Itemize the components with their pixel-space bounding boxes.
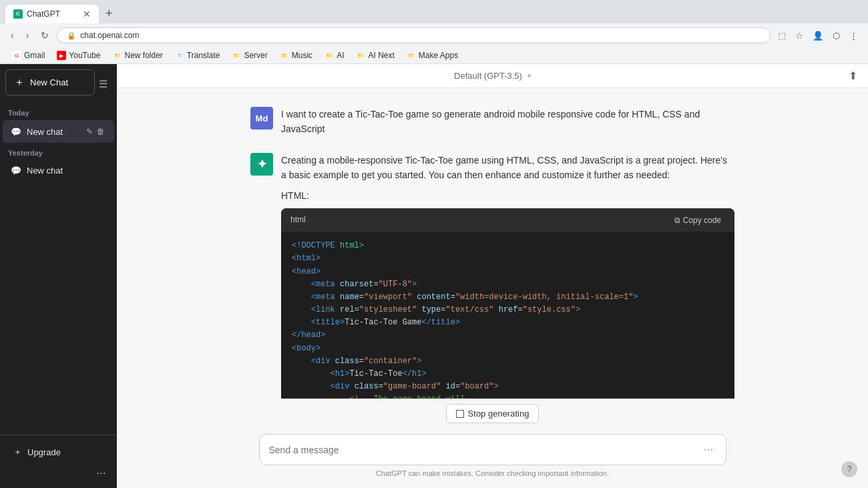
lock-icon: 🔒: [67, 31, 76, 40]
code-block-header: html ⧉ Copy code: [281, 208, 734, 232]
code-content: <!DOCTYPE html> <html> <head> <meta char…: [281, 232, 734, 399]
translate-icon: T: [175, 51, 184, 60]
bookmark-new-folder[interactable]: 📁 New folder: [107, 49, 168, 61]
main-content: Default (GPT-3.5) ▾ ⬆ Md I want to creat…: [117, 64, 868, 488]
bookmark-translate-label: Translate: [187, 51, 220, 60]
code-line-10: <div class="container">: [292, 355, 724, 368]
copy-code-button[interactable]: ⧉ Copy code: [670, 214, 725, 226]
ai-next-folder-icon: 📁: [356, 51, 365, 60]
main-header: Default (GPT-3.5) ▾ ⬆: [117, 64, 868, 88]
sidebar-item-new-chat-today[interactable]: 💬 New chat ✎ 🗑: [3, 120, 114, 143]
bookmark-ai-next-label: AI Next: [368, 51, 394, 60]
active-tab[interactable]: C ChatGPT ✕: [5, 5, 99, 23]
bookmark-music[interactable]: 📁 Music: [274, 49, 318, 61]
model-label: Default (GPT-3.5): [454, 71, 522, 81]
code-lang-label: html: [290, 214, 306, 226]
sidebar-bottom: ＋ Upgrade ···: [0, 435, 117, 488]
yesterday-label: Yesterday: [0, 144, 117, 160]
bookmark-translate[interactable]: T Translate: [170, 49, 226, 61]
code-line-2: <html>: [292, 252, 724, 265]
upgrade-label: Upgrade: [27, 447, 61, 457]
chat-item-yesterday-left: 💬 New chat: [11, 166, 63, 176]
menu-button[interactable]: ⋮: [846, 28, 861, 43]
sidebar-toggle-button[interactable]: ☰: [95, 75, 112, 93]
music-folder-icon: 📁: [280, 51, 289, 60]
bookmark-youtube[interactable]: ▶ YouTube: [51, 49, 105, 61]
bookmark-gmail[interactable]: G Gmail: [7, 49, 50, 61]
tab-close-icon[interactable]: ✕: [83, 9, 91, 19]
code-line-13: <!-- The game board will: [292, 393, 724, 399]
browser-chrome: C ChatGPT ✕ + ‹ › ↻ 🔒 chat.openai.com ⬚ …: [0, 0, 868, 64]
stop-generating-button[interactable]: Stop generating: [446, 404, 539, 423]
copy-label: Copy code: [683, 216, 721, 225]
new-tab-button[interactable]: +: [101, 4, 117, 23]
tab-title: ChatGPT: [27, 9, 79, 19]
dropdown-icon: ▾: [527, 72, 531, 79]
chat-item-actions: ✎ 🗑: [85, 126, 106, 138]
bookmark-make-apps[interactable]: 📁 Make Apps: [401, 49, 463, 61]
upgrade-plus-icon: ＋: [13, 446, 22, 458]
html-section-label: HTML:: [281, 188, 734, 203]
bookmark-ai-next[interactable]: 📁 AI Next: [351, 49, 399, 61]
ai-message-content: Creating a mobile-responsive Tic-Tac-Toe…: [281, 153, 734, 399]
input-disclaimer: ChatGPT can make mistakes. Consider chec…: [128, 469, 857, 477]
input-box: ···: [259, 434, 726, 465]
user-message: Md I want to create a Tic-Tac-Toe game s…: [117, 99, 868, 145]
code-line-8: </head>: [292, 329, 724, 342]
ai-message: ✦ Creating a mobile-responsive Tic-Tac-T…: [117, 145, 868, 399]
new-chat-button[interactable]: ＋ New Chat: [5, 69, 95, 95]
code-line-5: <meta name="viewport" content="width=dev…: [292, 291, 724, 304]
back-button[interactable]: ‹: [7, 27, 18, 43]
edit-chat-button[interactable]: ✎: [85, 126, 94, 138]
code-line-4: <meta charset="UTF-8">: [292, 278, 724, 291]
folder-icon: 📁: [113, 51, 122, 60]
export-button[interactable]: ⬆: [849, 69, 857, 82]
sidebar-item-new-chat-yesterday[interactable]: 💬 New chat: [3, 160, 114, 181]
profile-button[interactable]: 👤: [809, 28, 827, 43]
code-line-1: <!DOCTYPE html>: [292, 240, 724, 252]
user-avatar: Md: [250, 107, 273, 130]
extensions-button[interactable]: ⬡: [829, 28, 843, 43]
bookmark-music-label: Music: [292, 51, 312, 60]
user-message-text: I want to create a Tic-Tac-Toe game so g…: [281, 107, 734, 137]
code-line-7: <title>Tic-Tac-Toe Game</title>: [292, 316, 724, 329]
upgrade-button[interactable]: ＋ Upgrade: [5, 441, 112, 463]
code-line-3: <head>: [292, 266, 724, 278]
bookmark-new-folder-label: New folder: [125, 51, 163, 60]
stop-generating-label: Stop generating: [468, 409, 529, 419]
copy-icon: ⧉: [674, 216, 680, 225]
code-line-11: <h1>Tic-Tac-Toe</h1>: [292, 368, 724, 381]
reload-button[interactable]: ↻: [37, 27, 53, 43]
make-apps-folder-icon: 📁: [407, 51, 416, 60]
nav-actions: ⬚ ☆ 👤 ⬡ ⋮: [775, 28, 861, 43]
address-bar[interactable]: 🔒 chat.openai.com: [57, 27, 771, 43]
chat-bubble-icon: 💬: [11, 127, 21, 137]
bookmark-youtube-label: YouTube: [69, 51, 100, 60]
delete-chat-button[interactable]: 🗑: [95, 126, 106, 138]
message-input[interactable]: [269, 445, 696, 455]
code-block: html ⧉ Copy code <!DOCTYPE html> <html> …: [281, 208, 734, 399]
new-chat-label: New Chat: [30, 77, 68, 87]
ai-intro-text: Creating a mobile-responsive Tic-Tac-Toe…: [281, 153, 734, 183]
forward-button[interactable]: ›: [22, 27, 33, 43]
more-options-button[interactable]: ···: [91, 463, 112, 483]
bookmark-server-label: Server: [244, 51, 267, 60]
nav-bar: ‹ › ↻ 🔒 chat.openai.com ⬚ ☆ 👤 ⬡ ⋮: [0, 23, 868, 47]
help-button[interactable]: ?: [841, 461, 857, 477]
bookmark-ai-label: AI: [337, 51, 344, 60]
app: ＋ New Chat ☰ Today 💬 New chat ✎ 🗑 Yester…: [0, 64, 868, 488]
bookmark-ai[interactable]: 📁 AI: [319, 49, 349, 61]
code-line-9: <body>: [292, 342, 724, 355]
plus-icon: ＋: [14, 75, 25, 89]
bookmark-server[interactable]: 📁 Server: [226, 49, 272, 61]
chat-item-left: 💬 New chat: [11, 127, 63, 137]
cast-button[interactable]: ⬚: [775, 28, 789, 43]
gmail-icon: G: [12, 51, 21, 60]
server-folder-icon: 📁: [232, 51, 241, 60]
tab-favicon: C: [13, 9, 23, 19]
input-area: ··· ChatGPT can make mistakes. Consider …: [117, 429, 868, 488]
stop-checkbox-icon: [456, 410, 464, 418]
bookmark-star-button[interactable]: ☆: [792, 28, 807, 43]
input-more-button[interactable]: ···: [700, 441, 716, 458]
user-message-content: I want to create a Tic-Tac-Toe game so g…: [281, 107, 734, 137]
